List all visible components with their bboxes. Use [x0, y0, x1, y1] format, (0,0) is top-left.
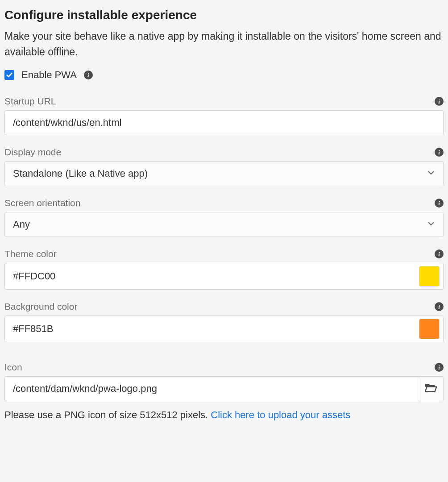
screen-orientation-select[interactable]: Any [4, 212, 444, 237]
display-mode-field: Display mode i Standalone (Like a Native… [4, 147, 444, 186]
browse-button[interactable] [418, 376, 444, 401]
info-icon[interactable]: i [84, 71, 93, 79]
startup-url-label: Startup URL [4, 96, 56, 107]
screen-orientation-field: Screen orientation i Any [4, 198, 444, 237]
icon-label: Icon [4, 362, 22, 373]
display-mode-value: Standalone (Like a Native app) [13, 168, 148, 179]
info-icon[interactable]: i [435, 97, 444, 106]
info-icon[interactable]: i [435, 148, 444, 157]
icon-hint: Please use a PNG icon of size 512x512 pi… [4, 409, 444, 421]
upload-assets-link[interactable]: Click here to upload your assets [211, 409, 350, 420]
icon-field: Icon i Please use a PNG icon of size 512… [4, 362, 444, 421]
enable-pwa-checkbox[interactable] [4, 70, 14, 80]
startup-url-input[interactable] [4, 110, 444, 135]
display-mode-label: Display mode [4, 147, 61, 158]
theme-color-swatch[interactable] [419, 266, 440, 287]
background-color-value: #FF851B [13, 323, 54, 335]
enable-pwa-label: Enable PWA [21, 69, 77, 81]
page-title: Configure installable experience [4, 8, 444, 22]
info-icon[interactable]: i [435, 199, 444, 208]
page-subtitle: Make your site behave like a native app … [4, 29, 444, 59]
theme-color-input-row[interactable]: #FFDC00 [4, 263, 444, 290]
folder-open-icon [424, 382, 437, 395]
background-color-field: Background color i #FF851B [4, 301, 444, 342]
info-icon[interactable]: i [435, 302, 444, 311]
info-icon[interactable]: i [435, 363, 444, 372]
startup-url-field: Startup URL i [4, 96, 444, 135]
display-mode-select[interactable]: Standalone (Like a Native app) [4, 161, 444, 186]
screen-orientation-value: Any [13, 219, 30, 230]
screen-orientation-label: Screen orientation [4, 198, 80, 208]
theme-color-value: #FFDC00 [13, 270, 55, 282]
enable-pwa-row: Enable PWA i [4, 69, 444, 81]
icon-hint-text: Please use a PNG icon of size 512x512 pi… [4, 409, 211, 420]
background-color-swatch[interactable] [419, 319, 440, 339]
theme-color-field: Theme color i #FFDC00 [4, 249, 444, 290]
theme-color-label: Theme color [4, 249, 57, 259]
icon-path-input[interactable] [4, 376, 418, 401]
info-icon[interactable]: i [435, 249, 444, 258]
background-color-input-row[interactable]: #FF851B [4, 316, 444, 342]
chevron-down-icon [427, 168, 435, 179]
chevron-down-icon [427, 219, 435, 230]
background-color-label: Background color [4, 301, 77, 312]
